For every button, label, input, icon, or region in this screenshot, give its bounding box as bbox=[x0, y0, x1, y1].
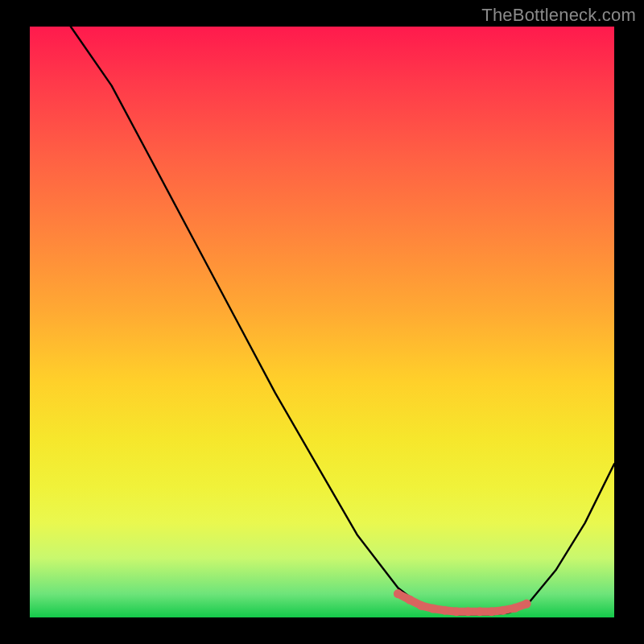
trough-marker bbox=[394, 589, 402, 598]
trough-marker bbox=[405, 596, 414, 605]
trough-marker bbox=[464, 607, 473, 616]
trough-marker bbox=[510, 604, 519, 613]
trough-marker bbox=[428, 605, 437, 613]
trough-marker bbox=[476, 607, 485, 616]
trough-marker bbox=[452, 607, 461, 616]
chart-svg bbox=[30, 27, 614, 617]
trough-marker bbox=[440, 606, 449, 615]
watermark-text: TheBottleneck.com bbox=[481, 5, 636, 26]
trough-marker bbox=[487, 607, 496, 616]
trough-marker bbox=[522, 600, 531, 609]
trough-marker bbox=[417, 601, 426, 610]
bottleneck-curve bbox=[71, 27, 614, 614]
chart-frame: TheBottleneck.com bbox=[0, 0, 644, 644]
trough-points bbox=[394, 589, 531, 616]
trough-marker bbox=[499, 606, 508, 615]
